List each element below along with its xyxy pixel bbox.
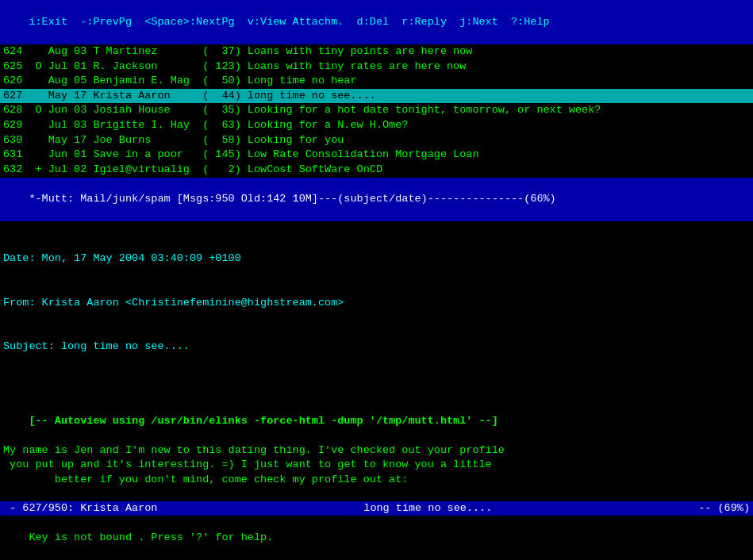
email-row[interactable]: 628 O Jun 03 Josiah House ( 35) Looking … bbox=[0, 103, 753, 118]
status-bar-label: *-Mutt: Mail/junk/spam [Msgs:950 Old:142… bbox=[29, 193, 555, 205]
bottom-bar-label: Key is not bound . Press '?' for help. bbox=[29, 531, 273, 543]
bottom-status-right: -- (69%) bbox=[698, 501, 750, 516]
email-from: From: Krista Aaron <Christinefeminine@hi… bbox=[3, 296, 750, 311]
bottom-status-center: long time no see.... bbox=[363, 501, 492, 516]
autoview-header: [-- Autoview using /usr/bin/elinks -forc… bbox=[0, 399, 753, 443]
email-row[interactable]: 626 Aug 05 Benjamin E. Mag ( 50) Long ti… bbox=[0, 74, 753, 89]
email-row[interactable]: 627 May 17 Krista Aaron ( 44) long time … bbox=[0, 89, 753, 104]
email-row[interactable]: 630 May 17 Joe Burns ( 58) Looking for y… bbox=[0, 133, 753, 148]
email-row[interactable]: 625 O Jul 01 R. Jackson ( 123) Loans wit… bbox=[0, 59, 753, 75]
top-bar-label: i:Exit -:PrevPg <Space>:NextPg v:View At… bbox=[29, 16, 549, 28]
email-list: 624 Aug 03 T Martinez ( 37) Loans with t… bbox=[0, 44, 753, 178]
blank-line bbox=[0, 384, 753, 399]
top-menu-bar: i:Exit -:PrevPg <Space>:NextPg v:View At… bbox=[0, 0, 753, 44]
terminal-screen: i:Exit -:PrevPg <Space>:NextPg v:View At… bbox=[0, 0, 753, 560]
email-row[interactable]: 632 + Jul 02 Igiel@virtualig ( 2) LowCos… bbox=[0, 163, 753, 178]
folder-status-bar: *-Mutt: Mail/junk/spam [Msgs:950 Old:142… bbox=[0, 178, 753, 222]
bottom-status-left: - 627/950: Krista Aaron bbox=[3, 501, 157, 516]
email-date: Date: Mon, 17 May 2004 03:40:09 +0100 bbox=[3, 251, 750, 267]
bottom-help-bar: Key is not bound . Press '?' for help. bbox=[0, 516, 753, 560]
email-row[interactable]: 629 Jul 03 Brigitte I. Hay ( 63) Looking… bbox=[0, 118, 753, 133]
email-row[interactable]: 624 Aug 03 T Martinez ( 37) Loans with t… bbox=[0, 44, 753, 59]
autoview-label: [-- Autoview using /usr/bin/elinks -forc… bbox=[29, 415, 498, 427]
email-body: My name is Jen and I'm new to this datin… bbox=[0, 443, 753, 501]
email-row[interactable]: 631 Jun 01 Save in a poor ( 145) Low Rat… bbox=[0, 148, 753, 163]
bottom-status-bar: - 627/950: Krista Aaron long time no see… bbox=[0, 501, 753, 516]
email-header: Date: Mon, 17 May 2004 03:40:09 +0100 Fr… bbox=[0, 221, 753, 384]
email-subject: Subject: long time no see.... bbox=[3, 339, 750, 355]
